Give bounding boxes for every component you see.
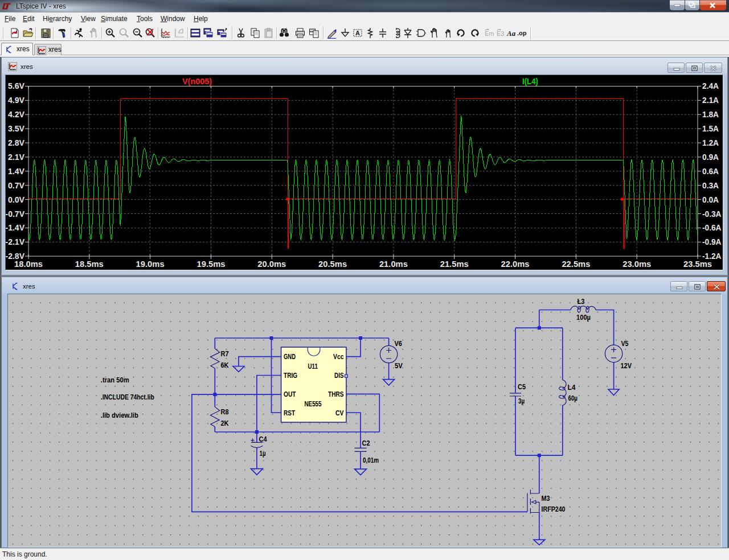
svg-text:0.3A: 0.3A bbox=[702, 180, 719, 190]
svg-text:V6: V6 bbox=[395, 339, 403, 348]
svg-text:THRS: THRS bbox=[328, 390, 344, 398]
svg-text:18.0ms: 18.0ms bbox=[14, 259, 43, 269]
svg-text:0.7V: 0.7V bbox=[8, 180, 24, 190]
svg-text:.lib dview.lib: .lib dview.lib bbox=[101, 411, 138, 419]
svg-text:V(n005): V(n005) bbox=[182, 76, 212, 86]
svg-text:1µ: 1µ bbox=[260, 449, 266, 458]
svg-text:2K: 2K bbox=[221, 419, 230, 427]
svg-text:4.2V: 4.2V bbox=[8, 109, 24, 119]
svg-text:-2.1V: -2.1V bbox=[6, 237, 24, 246]
svg-text:1.5A: 1.5A bbox=[702, 123, 719, 133]
svg-text:-0.6A: -0.6A bbox=[702, 223, 722, 232]
svg-text:Aa: Aa bbox=[506, 29, 516, 38]
svg-text:TRIG: TRIG bbox=[284, 371, 297, 380]
svg-text:5.6V: 5.6V bbox=[8, 81, 24, 90]
svg-text:0.0V: 0.0V bbox=[8, 195, 24, 204]
svg-text:2.8V: 2.8V bbox=[8, 138, 24, 147]
svg-text:2.4A: 2.4A bbox=[702, 81, 719, 90]
svg-text:100µ: 100µ bbox=[576, 313, 591, 322]
svg-text:21.0ms: 21.0ms bbox=[379, 259, 408, 269]
svg-text:1.4V: 1.4V bbox=[8, 166, 24, 176]
svg-text:DIS: DIS bbox=[334, 371, 344, 380]
svg-text:E3: E3 bbox=[497, 30, 504, 37]
svg-text:OUT: OUT bbox=[284, 390, 296, 398]
svg-text:0.6A: 0.6A bbox=[702, 166, 719, 176]
svg-text:U11: U11 bbox=[308, 362, 318, 370]
svg-text:CV: CV bbox=[335, 409, 344, 417]
svg-text:A: A bbox=[355, 30, 360, 36]
svg-text:-1.4V: -1.4V bbox=[6, 223, 24, 232]
svg-text:2.1A: 2.1A bbox=[702, 95, 719, 105]
svg-text:19.5ms: 19.5ms bbox=[197, 259, 226, 269]
svg-text:1.8A: 1.8A bbox=[702, 109, 719, 119]
svg-text:21.5ms: 21.5ms bbox=[440, 259, 469, 269]
svg-text:R8: R8 bbox=[221, 407, 229, 416]
svg-text:22.5ms: 22.5ms bbox=[562, 259, 590, 269]
svg-text:-0.3A: -0.3A bbox=[702, 209, 722, 219]
svg-text:0,01m: 0,01m bbox=[363, 456, 379, 464]
svg-text:V5: V5 bbox=[621, 339, 629, 348]
svg-text:Ł3: Ł3 bbox=[578, 297, 585, 306]
svg-text:Vcc: Vcc bbox=[333, 352, 344, 361]
svg-text:IRFP240: IRFP240 bbox=[542, 505, 566, 513]
svg-text:NE555: NE555 bbox=[305, 400, 322, 408]
svg-text:20.0ms: 20.0ms bbox=[257, 259, 286, 269]
svg-text:60µ: 60µ bbox=[568, 394, 578, 402]
svg-text:-0.9A: -0.9A bbox=[702, 237, 722, 246]
svg-text:6K: 6K bbox=[221, 361, 230, 369]
svg-text:18.5ms: 18.5ms bbox=[75, 259, 104, 269]
svg-text:3.5V: 3.5V bbox=[8, 123, 24, 133]
svg-text:23.5ms: 23.5ms bbox=[683, 259, 712, 269]
svg-text:20.5ms: 20.5ms bbox=[318, 259, 347, 269]
svg-text:-0.7V: -0.7V bbox=[6, 209, 24, 219]
svg-text:M3: M3 bbox=[542, 494, 550, 503]
svg-text:2.1V: 2.1V bbox=[8, 152, 24, 162]
svg-text:22.0ms: 22.0ms bbox=[501, 259, 530, 269]
svg-text:5V: 5V bbox=[395, 361, 403, 370]
svg-text:3µ: 3µ bbox=[518, 397, 525, 405]
svg-text:C2: C2 bbox=[362, 439, 370, 447]
svg-text:.INCLUDE 74hct.lib: .INCLUDE 74hct.lib bbox=[101, 393, 154, 401]
svg-text:19.0ms: 19.0ms bbox=[136, 259, 165, 269]
svg-text:L4: L4 bbox=[568, 383, 576, 392]
svg-text:.tran 50m: .tran 50m bbox=[101, 376, 129, 384]
svg-text:0.0A: 0.0A bbox=[702, 195, 719, 204]
svg-text:.op: .op bbox=[517, 30, 527, 36]
svg-text:C5: C5 bbox=[518, 382, 526, 391]
svg-text:GND: GND bbox=[284, 352, 296, 361]
svg-text:23.0ms: 23.0ms bbox=[622, 259, 651, 269]
svg-text:0.9A: 0.9A bbox=[702, 152, 719, 162]
svg-text:C4: C4 bbox=[259, 435, 268, 443]
svg-text:I(L4): I(L4) bbox=[522, 76, 538, 86]
svg-text:R7: R7 bbox=[221, 349, 229, 358]
svg-text:12V: 12V bbox=[621, 361, 632, 370]
svg-text:Em: Em bbox=[485, 30, 494, 37]
svg-text:4.9V: 4.9V bbox=[8, 95, 24, 105]
svg-text:RST: RST bbox=[284, 409, 295, 417]
svg-text:1.2A: 1.2A bbox=[702, 138, 719, 147]
